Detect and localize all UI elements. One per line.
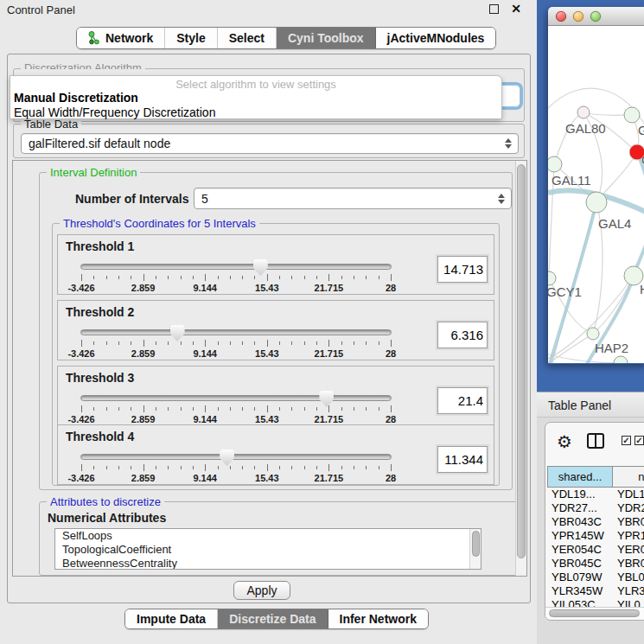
- settings-vertical-scrollbar[interactable]: [515, 161, 526, 576]
- number-of-intervals-value: 5: [201, 192, 208, 206]
- threshold-3-slider[interactable]: -3.4262.8599.14415.4321.71528: [80, 391, 392, 425]
- tab-discretize-data[interactable]: Discretize Data: [218, 609, 328, 628]
- slider-track[interactable]: [80, 395, 392, 401]
- numerical-attributes-label: Numerical Attributes: [48, 511, 166, 525]
- list-item[interactable]: BetweennessCentrality: [55, 557, 481, 570]
- cell: YPR1: [613, 529, 644, 543]
- threshold-1-label: Threshold 1: [66, 239, 134, 253]
- cell: YBR0: [613, 557, 644, 571]
- slider-tick-labels: -3.4262.8599.14415.4321.71528: [81, 414, 391, 424]
- tab-network[interactable]: Network: [77, 28, 165, 48]
- table-row[interactable]: YPR145WYPR1: [547, 529, 644, 543]
- list-item[interactable]: SelfLoops: [55, 529, 481, 543]
- control-panel: Control Panel ✕ Network Style Select Cyn…: [0, 0, 537, 644]
- tab-impute-data[interactable]: Impute Data: [125, 609, 218, 628]
- threshold-3-label: Threshold 3: [66, 371, 134, 385]
- threshold-2-box: Threshold 2 -3.4262.8599.14415.4321.7152…: [57, 300, 494, 360]
- column-split-icon[interactable]: [587, 433, 604, 449]
- algorithm-option-manual[interactable]: Manual Discretization: [10, 91, 501, 105]
- network-view-window[interactable]: GAL80GACGAL11GAL4GCY1HHAP2: [548, 7, 644, 364]
- tab-impute-data-label: Impute Data: [137, 612, 206, 626]
- interval-definition-group: Interval Definition Number of Intervals …: [39, 172, 513, 490]
- slider-ticks: [81, 405, 391, 413]
- threshold-2-value-field[interactable]: 6.316: [437, 322, 488, 348]
- attributes-scrollbar[interactable]: [469, 529, 481, 569]
- tab-infer-network[interactable]: Infer Network: [328, 609, 428, 628]
- apply-button[interactable]: Apply: [233, 581, 290, 600]
- top-tabbar: Network Style Select Cyni Toolbox jActiv…: [76, 27, 496, 49]
- column-header-name[interactable]: name: [613, 466, 644, 488]
- thresholds-group-label: Threshold's Coordinates for 5 Intervals: [60, 217, 259, 230]
- close-icon[interactable]: ✕: [511, 2, 521, 16]
- algorithm-dropdown-popup: Select algorithm to view settings Manual…: [10, 75, 502, 119]
- table-row[interactable]: YBR043CYBR0: [547, 515, 644, 529]
- tab-infer-network-label: Infer Network: [340, 612, 417, 626]
- table-row[interactable]: YLR345WYLR3: [547, 584, 644, 598]
- algorithm-option-equal-width[interactable]: Equal Width/Frequency Discretization: [10, 105, 501, 120]
- discretization-algorithm-label: Discretization Algorithm: [21, 62, 145, 69]
- slider-track[interactable]: [80, 454, 392, 460]
- threshold-3-value-field[interactable]: 21.4: [437, 387, 488, 414]
- column-header-shared[interactable]: shared...: [547, 466, 613, 488]
- table-header-row: shared... name: [547, 466, 644, 488]
- tab-style[interactable]: Style: [165, 28, 217, 48]
- cell: YPR145W: [547, 529, 613, 543]
- table-horizontal-scrollbar[interactable]: [545, 607, 644, 619]
- threshold-4-slider[interactable]: -3.4262.8599.14415.4321.71528: [80, 450, 392, 484]
- number-of-intervals-label: Number of Intervals: [75, 192, 188, 206]
- mac-zoom-button[interactable]: [590, 11, 601, 22]
- float-window-icon[interactable]: [489, 4, 499, 14]
- checkbox-icon-2[interactable]: ✓: [634, 436, 644, 445]
- cell: YDL1: [613, 488, 644, 501]
- mac-close-button[interactable]: [556, 11, 566, 22]
- numerical-attributes-list[interactable]: SelfLoops TopologicalCoefficient Between…: [54, 528, 481, 570]
- svg-text:GCY1: GCY1: [548, 284, 582, 299]
- threshold-2-slider[interactable]: -3.4262.8599.14415.4321.71528: [80, 325, 392, 360]
- table-row[interactable]: YBL079WYBL0: [547, 571, 644, 584]
- tab-select-label: Select: [229, 31, 265, 45]
- cell: YER054C: [547, 543, 613, 557]
- tab-network-label: Network: [105, 31, 153, 45]
- mac-minimize-button[interactable]: [573, 11, 583, 22]
- table-row[interactable]: YDL19...YDL1: [547, 488, 644, 501]
- slider-tick-labels: -3.4262.8599.14415.4321.71528: [81, 348, 391, 359]
- cell: YBL079W: [547, 571, 613, 584]
- table-toolbar: ⚙ ✓ ✓: [545, 423, 644, 462]
- number-of-intervals-combobox[interactable]: 5: [194, 188, 512, 209]
- threshold-4-box: Threshold 4 -3.4262.8599.14415.4321.7152…: [57, 424, 494, 485]
- threshold-2-label: Threshold 2: [66, 305, 134, 319]
- svg-text:HAP2: HAP2: [595, 341, 628, 355]
- tab-cyni-toolbox[interactable]: Cyni Toolbox: [277, 28, 376, 48]
- slider-ticks: [81, 340, 391, 348]
- attributes-group-label: Attributes to discretize: [47, 495, 164, 508]
- thresholds-group: Threshold's Coordinates for 5 Intervals …: [52, 223, 500, 486]
- tab-select[interactable]: Select: [218, 28, 277, 48]
- bottom-tabbar: Impute Data Discretize Data Infer Networ…: [124, 609, 429, 629]
- network-icon: [88, 31, 100, 45]
- slider-track[interactable]: [80, 329, 392, 335]
- network-window-titlebar[interactable]: [548, 7, 644, 26]
- slider-ticks: [81, 274, 391, 282]
- combo-arrows-icon: [505, 138, 512, 149]
- threshold-4-label: Threshold 4: [66, 430, 134, 443]
- threshold-1-box: Threshold 1 -3.4262.8599.14415.4321.7152…: [57, 234, 494, 295]
- cell: YBL0: [613, 571, 644, 584]
- list-item[interactable]: TopologicalCoefficient: [55, 543, 481, 557]
- table-row[interactable]: YBR045CYBR0: [547, 557, 644, 571]
- algorithm-placeholder-option[interactable]: Select algorithm to view settings: [10, 76, 501, 91]
- threshold-4-value-field[interactable]: 11.344: [437, 446, 488, 473]
- cell: YLR345W: [547, 584, 613, 598]
- table-data-combobox[interactable]: galFiltered.sif default node: [21, 133, 519, 154]
- threshold-1-value-field[interactable]: 14.713: [437, 256, 488, 283]
- tab-jactivemnodules[interactable]: jActiveMNodules: [376, 28, 496, 48]
- network-canvas[interactable]: GAL80GACGAL11GAL4GCY1HHAP2: [548, 26, 644, 363]
- threshold-1-slider[interactable]: -3.4262.8599.14415.4321.71528: [80, 259, 392, 294]
- cell: YLR3: [613, 584, 644, 598]
- slider-track[interactable]: [80, 264, 392, 270]
- network-graph[interactable]: GAL80GACGAL11GAL4GCY1HHAP2: [548, 26, 644, 363]
- gear-icon[interactable]: ⚙: [557, 431, 572, 452]
- table-row[interactable]: YDR27...YDR2: [547, 501, 644, 515]
- checkbox-icon-1[interactable]: ✓: [622, 436, 631, 445]
- table-row[interactable]: YER054CYER0: [547, 543, 644, 557]
- settings-scroll-area: Interval Definition Number of Intervals …: [12, 160, 527, 577]
